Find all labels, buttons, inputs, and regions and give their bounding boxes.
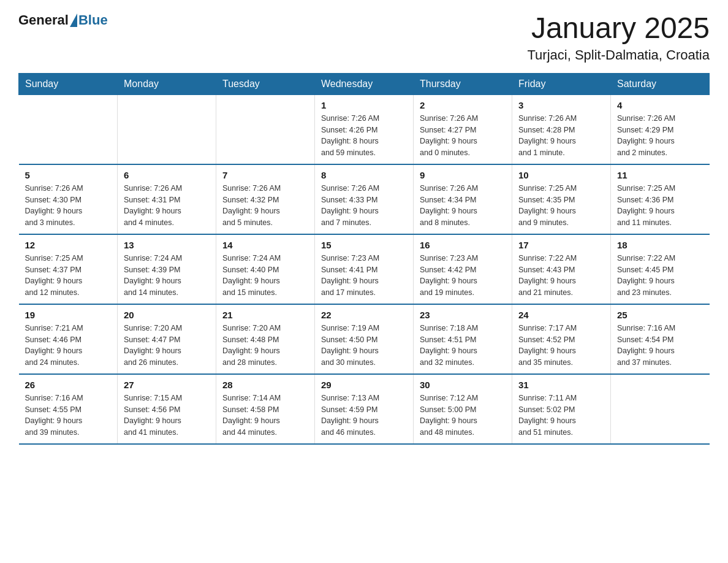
- day-info: Sunrise: 7:26 AM Sunset: 4:33 PM Dayligh…: [321, 183, 407, 229]
- day-info: Sunrise: 7:20 AM Sunset: 4:47 PM Dayligh…: [124, 323, 210, 369]
- day-number: 1: [321, 100, 407, 110]
- calendar-cell: 10Sunrise: 7:25 AM Sunset: 4:35 PM Dayli…: [512, 164, 611, 234]
- day-number: 2: [420, 100, 506, 110]
- calendar-cell: 5Sunrise: 7:26 AM Sunset: 4:30 PM Daylig…: [19, 164, 118, 234]
- logo: General Blue: [18, 12, 108, 28]
- day-number: 28: [222, 380, 308, 390]
- day-info: Sunrise: 7:26 AM Sunset: 4:32 PM Dayligh…: [222, 183, 308, 229]
- day-info: Sunrise: 7:25 AM Sunset: 4:36 PM Dayligh…: [617, 183, 703, 229]
- day-number: 16: [420, 240, 506, 250]
- day-number: 7: [222, 170, 308, 180]
- calendar-cell: 9Sunrise: 7:26 AM Sunset: 4:34 PM Daylig…: [414, 164, 512, 234]
- calendar-week-row: 5Sunrise: 7:26 AM Sunset: 4:30 PM Daylig…: [19, 164, 710, 234]
- day-number: 11: [617, 170, 703, 180]
- calendar-cell: 30Sunrise: 7:12 AM Sunset: 5:00 PM Dayli…: [414, 374, 512, 444]
- calendar-cell: 1Sunrise: 7:26 AM Sunset: 4:26 PM Daylig…: [315, 94, 414, 164]
- day-number: 21: [222, 310, 308, 320]
- calendar-cell: 3Sunrise: 7:26 AM Sunset: 4:28 PM Daylig…: [512, 94, 611, 164]
- day-number: 10: [518, 170, 604, 180]
- calendar-cell: 13Sunrise: 7:24 AM Sunset: 4:39 PM Dayli…: [118, 234, 216, 304]
- day-number: 24: [518, 310, 604, 320]
- day-number: 14: [222, 240, 308, 250]
- calendar-table: SundayMondayTuesdayWednesdayThursdayFrid…: [18, 73, 710, 445]
- weekday-header-wednesday: Wednesday: [315, 73, 414, 94]
- calendar-cell: 4Sunrise: 7:26 AM Sunset: 4:29 PM Daylig…: [611, 94, 710, 164]
- day-info: Sunrise: 7:23 AM Sunset: 4:41 PM Dayligh…: [321, 253, 407, 299]
- weekday-header-thursday: Thursday: [414, 73, 512, 94]
- day-number: 29: [321, 380, 407, 390]
- day-info: Sunrise: 7:22 AM Sunset: 4:43 PM Dayligh…: [518, 253, 604, 299]
- day-info: Sunrise: 7:26 AM Sunset: 4:27 PM Dayligh…: [420, 113, 506, 159]
- weekday-header-sunday: Sunday: [19, 73, 118, 94]
- day-number: 5: [25, 170, 112, 180]
- day-number: 25: [617, 310, 703, 320]
- day-number: 13: [124, 240, 210, 250]
- day-number: 26: [25, 380, 112, 390]
- calendar-cell: 7Sunrise: 7:26 AM Sunset: 4:32 PM Daylig…: [216, 164, 315, 234]
- calendar-week-row: 19Sunrise: 7:21 AM Sunset: 4:46 PM Dayli…: [19, 304, 710, 374]
- day-info: Sunrise: 7:25 AM Sunset: 4:35 PM Dayligh…: [518, 183, 604, 229]
- day-info: Sunrise: 7:15 AM Sunset: 4:56 PM Dayligh…: [124, 393, 210, 439]
- weekday-header-tuesday: Tuesday: [216, 73, 315, 94]
- day-number: 3: [518, 100, 604, 110]
- calendar-cell: 21Sunrise: 7:20 AM Sunset: 4:48 PM Dayli…: [216, 304, 315, 374]
- day-info: Sunrise: 7:26 AM Sunset: 4:34 PM Dayligh…: [420, 183, 506, 229]
- calendar-cell: 17Sunrise: 7:22 AM Sunset: 4:43 PM Dayli…: [512, 234, 611, 304]
- calendar-cell: 11Sunrise: 7:25 AM Sunset: 4:36 PM Dayli…: [611, 164, 710, 234]
- calendar-cell: 25Sunrise: 7:16 AM Sunset: 4:54 PM Dayli…: [611, 304, 710, 374]
- day-info: Sunrise: 7:23 AM Sunset: 4:42 PM Dayligh…: [420, 253, 506, 299]
- day-info: Sunrise: 7:26 AM Sunset: 4:30 PM Dayligh…: [25, 183, 112, 229]
- day-info: Sunrise: 7:19 AM Sunset: 4:50 PM Dayligh…: [321, 323, 407, 369]
- day-info: Sunrise: 7:16 AM Sunset: 4:54 PM Dayligh…: [617, 323, 703, 369]
- day-info: Sunrise: 7:22 AM Sunset: 4:45 PM Dayligh…: [617, 253, 703, 299]
- calendar-cell: 18Sunrise: 7:22 AM Sunset: 4:45 PM Dayli…: [611, 234, 710, 304]
- calendar-cell: 24Sunrise: 7:17 AM Sunset: 4:52 PM Dayli…: [512, 304, 611, 374]
- day-number: 15: [321, 240, 407, 250]
- calendar-cell: 12Sunrise: 7:25 AM Sunset: 4:37 PM Dayli…: [19, 234, 118, 304]
- day-number: 17: [518, 240, 604, 250]
- logo-blue-text: Blue: [78, 12, 108, 28]
- weekday-header-saturday: Saturday: [611, 73, 710, 94]
- day-number: 23: [420, 310, 506, 320]
- day-number: 31: [518, 380, 604, 390]
- day-info: Sunrise: 7:11 AM Sunset: 5:02 PM Dayligh…: [518, 393, 604, 439]
- calendar-cell: [216, 94, 315, 164]
- calendar-subtitle: Turjaci, Split-Dalmatia, Croatia: [528, 47, 710, 63]
- calendar-week-row: 12Sunrise: 7:25 AM Sunset: 4:37 PM Dayli…: [19, 234, 710, 304]
- calendar-cell: 20Sunrise: 7:20 AM Sunset: 4:47 PM Dayli…: [118, 304, 216, 374]
- calendar-cell: [611, 374, 710, 444]
- day-number: 8: [321, 170, 407, 180]
- day-info: Sunrise: 7:12 AM Sunset: 5:00 PM Dayligh…: [420, 393, 506, 439]
- day-number: 4: [617, 100, 703, 110]
- calendar-title: January 2025: [528, 12, 710, 45]
- logo-triangle-icon: [70, 13, 77, 27]
- day-info: Sunrise: 7:24 AM Sunset: 4:40 PM Dayligh…: [222, 253, 308, 299]
- day-number: 6: [124, 170, 210, 180]
- calendar-cell: 28Sunrise: 7:14 AM Sunset: 4:58 PM Dayli…: [216, 374, 315, 444]
- calendar-week-row: 26Sunrise: 7:16 AM Sunset: 4:55 PM Dayli…: [19, 374, 710, 444]
- day-number: 12: [25, 240, 112, 250]
- calendar-cell: 31Sunrise: 7:11 AM Sunset: 5:02 PM Dayli…: [512, 374, 611, 444]
- calendar-cell: 27Sunrise: 7:15 AM Sunset: 4:56 PM Dayli…: [118, 374, 216, 444]
- day-number: 9: [420, 170, 506, 180]
- day-info: Sunrise: 7:14 AM Sunset: 4:58 PM Dayligh…: [222, 393, 308, 439]
- day-info: Sunrise: 7:25 AM Sunset: 4:37 PM Dayligh…: [25, 253, 112, 299]
- calendar-cell: 8Sunrise: 7:26 AM Sunset: 4:33 PM Daylig…: [315, 164, 414, 234]
- calendar-cell: [19, 94, 118, 164]
- day-info: Sunrise: 7:24 AM Sunset: 4:39 PM Dayligh…: [124, 253, 210, 299]
- weekday-header-monday: Monday: [118, 73, 216, 94]
- weekday-header-friday: Friday: [512, 73, 611, 94]
- day-info: Sunrise: 7:20 AM Sunset: 4:48 PM Dayligh…: [222, 323, 308, 369]
- day-number: 19: [25, 310, 112, 320]
- title-block: January 2025 Turjaci, Split-Dalmatia, Cr…: [528, 12, 710, 63]
- calendar-cell: 26Sunrise: 7:16 AM Sunset: 4:55 PM Dayli…: [19, 374, 118, 444]
- day-info: Sunrise: 7:16 AM Sunset: 4:55 PM Dayligh…: [25, 393, 112, 439]
- calendar-cell: [118, 94, 216, 164]
- day-number: 20: [124, 310, 210, 320]
- day-number: 18: [617, 240, 703, 250]
- day-info: Sunrise: 7:21 AM Sunset: 4:46 PM Dayligh…: [25, 323, 112, 369]
- calendar-cell: 14Sunrise: 7:24 AM Sunset: 4:40 PM Dayli…: [216, 234, 315, 304]
- calendar-cell: 6Sunrise: 7:26 AM Sunset: 4:31 PM Daylig…: [118, 164, 216, 234]
- day-info: Sunrise: 7:26 AM Sunset: 4:26 PM Dayligh…: [321, 113, 407, 159]
- calendar-cell: 16Sunrise: 7:23 AM Sunset: 4:42 PM Dayli…: [414, 234, 512, 304]
